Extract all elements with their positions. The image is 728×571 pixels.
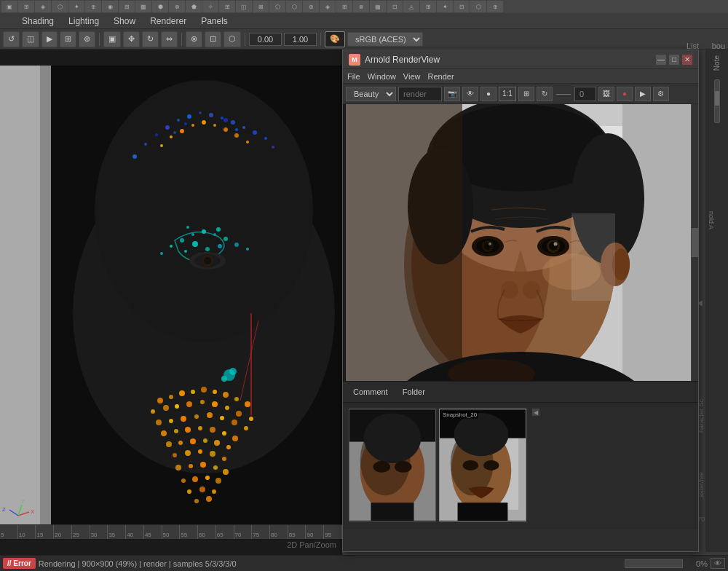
svg-point-87 — [198, 426, 202, 430]
menu-item-file[interactable] — [4, 20, 10, 23]
svg-point-29 — [170, 135, 173, 138]
toolbar-grid-icon[interactable]: ⊞ — [518, 87, 534, 101]
side-scroll-thumb[interactable] — [715, 91, 719, 106]
svg-point-76 — [156, 420, 162, 425]
svg-point-62 — [201, 387, 207, 393]
tick-15: 15 — [36, 525, 54, 539]
menu-item-shading[interactable]: Shading — [19, 15, 57, 28]
toolbar-magnet-btn[interactable]: ⊡ — [205, 31, 221, 47]
arnold-menu-window[interactable]: Window — [368, 72, 396, 81]
toolbar-btn-5[interactable]: ⊕ — [79, 31, 95, 47]
thumbnail-strip: Snapshot_20 ◀ — [343, 402, 698, 529]
tool-icon-28[interactable]: ⊟ — [454, 1, 470, 12]
comment-tab[interactable]: Comment — [349, 386, 392, 398]
tick-75: 75 — [252, 525, 270, 539]
render-input[interactable] — [398, 87, 442, 101]
color-icon[interactable]: 🎨 — [325, 31, 345, 47]
tool-icon-8[interactable]: ⊞ — [119, 1, 135, 12]
thumbnail-1[interactable] — [349, 409, 436, 521]
tool-icon-3[interactable]: ◈ — [35, 1, 51, 12]
tool-icon-13[interactable]: ✧ — [202, 1, 218, 12]
tool-icon-7[interactable]: ◉ — [102, 1, 118, 12]
minimize-button[interactable]: — — [656, 55, 666, 65]
menu-item-renderer[interactable]: Renderer — [147, 15, 189, 28]
tool-icon-15[interactable]: ◫ — [236, 1, 252, 12]
tool-icon-16[interactable]: ⊠ — [253, 1, 269, 12]
arnold-menu-file[interactable]: File — [347, 72, 360, 81]
tool-icon-21[interactable]: ⊞ — [336, 1, 352, 12]
svg-point-110 — [215, 478, 221, 484]
aspect-ratio-btn[interactable]: 1:1 — [499, 87, 516, 101]
toolbar-dot-icon[interactable]: ● — [480, 87, 496, 101]
toolbar-btn-3[interactable]: ▶ — [41, 31, 58, 47]
beauty-dropdown[interactable]: Beauty — [346, 87, 396, 101]
toolbar-select-btn[interactable]: ▣ — [103, 31, 121, 47]
tool-icon-30[interactable]: ⊕ — [487, 1, 503, 12]
arnold-scrollbar[interactable] — [691, 104, 698, 381]
tool-icon-20[interactable]: ◈ — [320, 1, 336, 12]
side-scrollbar[interactable] — [714, 79, 720, 123]
arnold-menu-render[interactable]: Render — [428, 72, 454, 81]
scroll-left-btn[interactable]: ◀ — [532, 409, 539, 416]
tool-icon-1[interactable]: ▣ — [1, 1, 17, 12]
thumbnail-2[interactable]: Snapshot_20 — [439, 409, 526, 521]
toolbar-btn-4[interactable]: ⊞ — [60, 31, 76, 47]
menu-item-lighting[interactable]: Lighting — [66, 15, 102, 28]
render-eye-btn[interactable]: 👁 — [711, 558, 725, 569]
toolbar-btn-2[interactable]: ◫ — [22, 31, 39, 47]
toolbar-play-icon[interactable]: ▶ — [635, 87, 651, 101]
tick-90: 90 — [306, 525, 324, 539]
toolbar-snap-btn[interactable]: ⊗ — [186, 31, 202, 47]
tool-icon-18[interactable]: ⬡ — [286, 1, 302, 12]
toolbar-move-btn[interactable]: ✥ — [123, 31, 140, 47]
toolbar-btn-1[interactable]: ↺ — [3, 31, 20, 47]
tool-icon-14[interactable]: ⊞ — [219, 1, 235, 12]
tool-icon-6[interactable]: ⊕ — [85, 1, 101, 12]
toolbar-eye-icon[interactable]: 👁 — [462, 87, 478, 101]
tool-icon-2[interactable]: ⊞ — [18, 1, 34, 12]
toolbar-grid-btn[interactable]: ⬡ — [223, 31, 241, 47]
value-field-2[interactable]: 1.00 — [284, 33, 317, 46]
value-field-1[interactable]: 0.00 — [249, 33, 282, 46]
tool-icon-4[interactable]: ⬡ — [52, 1, 68, 12]
tool-icon-22[interactable]: ⊗ — [353, 1, 369, 12]
tool-icon-26[interactable]: ⊞ — [420, 1, 436, 12]
scrollbar-thumb[interactable] — [692, 228, 698, 257]
maximize-button[interactable]: □ — [669, 55, 679, 65]
menu-item-show[interactable]: Show — [111, 15, 138, 28]
svg-point-61 — [191, 390, 195, 394]
toolbar-scale-btn[interactable]: ⇔ — [161, 31, 178, 47]
tool-icon-11[interactable]: ⊗ — [169, 1, 185, 12]
menu-item-panels[interactable]: Panels — [198, 15, 231, 28]
tool-icon-29[interactable]: ⬡ — [470, 1, 486, 12]
tool-icon-12[interactable]: ⬟ — [186, 1, 202, 12]
slider-value-input[interactable]: 0 — [574, 87, 596, 101]
toolbar-camera-icon[interactable]: 📷 — [444, 87, 460, 101]
svg-point-70 — [186, 401, 192, 407]
toolbar-rotate-btn[interactable]: ↻ — [142, 31, 159, 47]
tool-icon-27[interactable]: ✦ — [437, 1, 453, 12]
tool-icon-23[interactable]: ▦ — [370, 1, 386, 12]
color-space-select[interactable]: sRGB (ACES) — [347, 32, 423, 47]
folder-tab[interactable]: Folder — [398, 386, 430, 398]
timeline-numbers: 5 10 15 20 25 30 35 40 45 50 55 60 65 70… — [0, 525, 342, 539]
toolbar-refresh-icon[interactable]: ↻ — [537, 87, 553, 101]
toolbar-gear-icon[interactable]: ⚙ — [653, 87, 669, 101]
svg-rect-132 — [346, 104, 462, 381]
tool-icon-24[interactable]: ⊡ — [387, 1, 403, 12]
tool-icon-25[interactable]: ◬ — [403, 1, 419, 12]
tool-icon-9[interactable]: ▩ — [135, 1, 151, 12]
toolbar-image-icon[interactable]: 🖼 — [598, 87, 614, 101]
thumb-svg-1 — [349, 409, 435, 521]
arnold-menu-view[interactable]: View — [403, 72, 421, 81]
toolbar-record-icon[interactable]: ● — [617, 87, 633, 101]
tool-icon-10[interactable]: ⬢ — [152, 1, 168, 12]
svg-point-88 — [210, 427, 215, 433]
tool-icon-5[interactable]: ✦ — [68, 1, 84, 12]
svg-point-27 — [213, 124, 216, 127]
svg-point-107 — [181, 479, 186, 483]
tool-icon-19[interactable]: ⊛ — [303, 1, 319, 12]
svg-point-166 — [462, 460, 478, 470]
close-button[interactable]: ✕ — [682, 55, 692, 65]
tool-icon-17[interactable]: ⬠ — [269, 1, 285, 12]
